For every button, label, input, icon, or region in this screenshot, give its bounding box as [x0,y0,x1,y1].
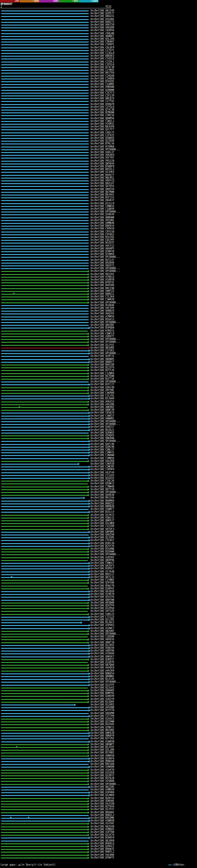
alignment-line[interactable] [1,161,89,162]
alignment-line[interactable] [1,178,89,179]
alignment-line[interactable] [1,209,89,210]
alignment-line[interactable] [1,132,89,133]
alignment-line[interactable] [1,801,88,802]
alignment-line[interactable] [1,755,88,756]
alignment-line[interactable] [1,770,88,771]
alignment-line[interactable] [1,435,88,436]
alignment-line[interactable] [1,27,89,28]
alignment-line[interactable] [1,226,89,227]
alignment-line[interactable] [1,362,89,363]
alignment-line[interactable] [1,62,89,63]
alignment-line[interactable] [1,835,88,836]
alignment-line[interactable] [1,113,89,113]
alignment-line[interactable] [1,724,88,725]
alignment-line[interactable] [1,308,89,309]
alignment-line[interactable] [1,489,88,490]
alignment-line[interactable] [1,76,89,77]
alignment-line[interactable] [1,418,89,420]
alignment-line[interactable] [1,781,88,782]
alignment-line[interactable] [1,775,88,776]
alignment-line[interactable] [1,750,88,751]
alignment-line[interactable] [1,110,89,111]
alignment-line[interactable] [1,560,88,561]
alignment-line[interactable] [1,515,88,516]
alignment-line[interactable] [1,33,89,34]
alignment-line[interactable] [1,682,89,683]
alignment-line[interactable] [1,84,89,85]
alignment-line[interactable] [1,44,89,45]
alignment-line[interactable] [1,268,89,269]
alignment-line[interactable] [1,571,89,572]
alignment-line[interactable] [1,424,89,425]
alignment-line[interactable] [1,124,89,125]
alignment-line[interactable] [1,602,88,603]
hit-label[interactable]: UniRef100_Q7W4Y5 [91,856,114,859]
alignment-line[interactable] [1,583,88,584]
alignment-line[interactable] [1,696,88,697]
alignment-line[interactable] [1,384,89,385]
alignment-line[interactable] [1,806,88,807]
alignment-line[interactable] [1,523,88,524]
alignment-line[interactable] [1,322,89,323]
alignment-line[interactable] [1,656,89,657]
alignment-line[interactable] [1,166,89,167]
alignment-line[interactable] [1,416,89,416]
alignment-line[interactable] [1,280,88,280]
alignment-line[interactable] [1,169,89,170]
alignment-line[interactable] [1,730,88,731]
alignment-line[interactable] [1,738,89,739]
alignment-line[interactable] [1,212,89,213]
alignment-line[interactable] [1,274,88,275]
alignment-line[interactable] [1,285,88,286]
alignment-line[interactable] [1,118,89,119]
alignment-line[interactable] [1,379,88,380]
alignment-line[interactable] [1,829,88,830]
alignment-line[interactable] [1,407,88,408]
alignment-line[interactable] [1,141,89,142]
alignment-line[interactable] [1,475,89,476]
alignment-line[interactable] [1,631,88,632]
alignment-line[interactable] [1,10,89,11]
alignment-line[interactable] [1,795,89,796]
alignment-line[interactable] [1,228,89,229]
alignment-line[interactable] [1,135,89,136]
alignment-line[interactable] [1,115,89,116]
alignment-line[interactable] [1,316,89,317]
alignment-line[interactable] [1,197,89,198]
alignment-line[interactable] [1,645,89,646]
alignment-line[interactable] [1,231,89,232]
alignment-line[interactable] [1,852,88,852]
alignment-line[interactable] [1,79,89,80]
alignment-line[interactable] [1,444,89,445]
alignment-line[interactable] [1,220,89,221]
alignment-line[interactable] [1,648,89,649]
alignment-line[interactable] [1,600,89,601]
alignment-line[interactable] [1,492,88,493]
alignment-line[interactable] [1,699,88,700]
alignment-line[interactable] [1,396,89,397]
alignment-line[interactable] [1,617,89,618]
alignment-line[interactable] [1,64,89,65]
alignment-line[interactable] [1,767,89,768]
alignment-line[interactable] [1,858,88,859]
alignment-line[interactable] [1,855,88,856]
alignment-line[interactable] [1,688,88,688]
alignment-line[interactable] [1,832,88,833]
alignment-line[interactable] [1,568,89,569]
alignment-line[interactable] [1,540,89,541]
alignment-line[interactable] [1,676,89,677]
alignment-line[interactable] [1,484,88,484]
alignment-line[interactable] [1,36,89,37]
alignment-line[interactable] [1,721,88,722]
alignment-line[interactable] [1,251,89,252]
alignment-line[interactable] [1,466,89,467]
alignment-line[interactable] [1,705,74,706]
alignment-line[interactable] [1,503,89,504]
alignment-line[interactable] [1,398,89,399]
alignment-line[interactable] [1,543,89,544]
alignment-line[interactable] [1,736,89,737]
alignment-line[interactable] [1,22,89,23]
alignment-line[interactable] [1,727,88,728]
alignment-line[interactable] [1,588,88,589]
alignment-line[interactable] [1,189,89,190]
